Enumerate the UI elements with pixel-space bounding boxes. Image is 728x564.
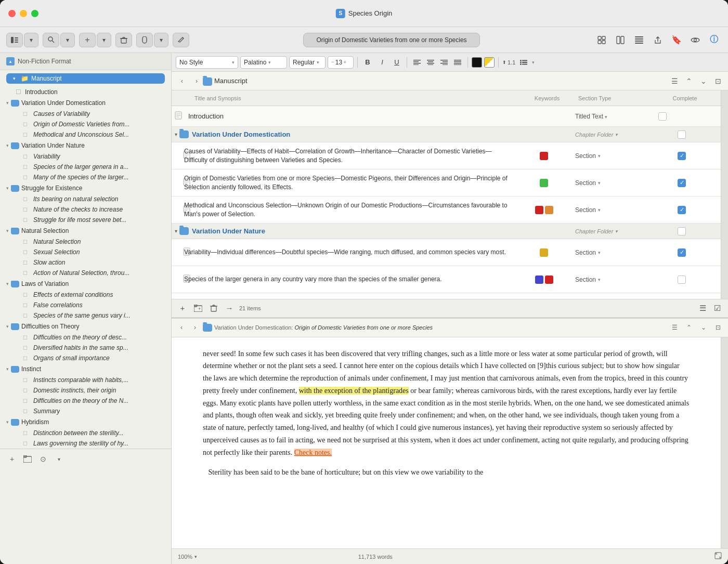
close-button[interactable]	[8, 10, 16, 17]
list-view-button[interactable]	[631, 33, 647, 47]
sidebar-group-vun[interactable]: ▾ Variation Under Nature	[0, 140, 171, 151]
sidebar-item-sexual-sel[interactable]: ☐ Sexual Selection	[0, 247, 171, 257]
search-chevron-icon[interactable]: ▾	[60, 33, 75, 47]
attach-chevron-icon[interactable]: ▾	[154, 33, 168, 47]
sidebar-item-causes[interactable]: ☐ Causes of Variability	[0, 109, 171, 119]
methodical-type-chevron-icon[interactable]: ▾	[598, 207, 601, 213]
document-title-button[interactable]: Origin of Domestic Varieties from one or…	[303, 33, 479, 47]
sidebar-item-struggle-life[interactable]: ☐ Struggle for life most severe bet...	[0, 215, 171, 225]
line-spacing-control[interactable]: ⬆ 1.1	[502, 59, 515, 65]
bookmark-button[interactable]: 🔖	[669, 33, 684, 47]
sidebar-item-laws-governing[interactable]: ☐ Laws governing the sterility of hy...	[0, 438, 171, 449]
sidebar-item-natural-sel[interactable]: ☐ Natural Selection	[0, 237, 171, 247]
align-center-button[interactable]	[424, 56, 437, 69]
causes-type-chevron-icon[interactable]: ▾	[598, 153, 601, 159]
intro-type-chevron-icon[interactable]: ▾	[605, 114, 607, 120]
causes-checkbox[interactable]: ✓	[678, 152, 686, 160]
outline-expand-button[interactable]: ⊡	[712, 75, 724, 87]
add-chevron-icon[interactable]: ▾	[97, 33, 111, 47]
add-button[interactable]: +	[79, 33, 96, 47]
methodical-checkbox[interactable]: ✓	[678, 206, 686, 214]
sidebar-item-domestic-inst[interactable]: ☐ Domestic instincts, their origin	[0, 385, 171, 396]
outline-back-button[interactable]: ‹	[176, 75, 188, 87]
species-larger-type-chevron-icon[interactable]: ▾	[598, 277, 601, 282]
outline-row-many-species[interactable]: Many of the species of the larger genera…	[172, 293, 721, 299]
sidebar-item-organs-small[interactable]: ☐ Organs of small importance	[0, 353, 171, 363]
sidebar-group-hybridism[interactable]: ▾ Hybridism	[0, 416, 171, 428]
italic-button[interactable]: I	[376, 56, 388, 69]
sidebar-item-summary[interactable]: ☐ Summary	[0, 406, 171, 416]
outline-row-causes[interactable]: Causes of Variability—Effects of Habit—C…	[172, 142, 721, 169]
highlight-color-button[interactable]	[484, 57, 495, 68]
grid-large-button[interactable]	[613, 33, 628, 47]
sidebar-item-effects-ext[interactable]: ☐ Effects of external conditions	[0, 290, 171, 300]
search-button[interactable]	[43, 33, 59, 47]
outline-forward-button[interactable]: ›	[190, 75, 203, 87]
bold-button[interactable]: B	[361, 56, 374, 69]
share-button[interactable]	[650, 33, 666, 47]
zoom-control[interactable]: 100% ▾	[178, 554, 197, 560]
add-folder-button[interactable]: +	[192, 303, 204, 314]
vun-checkbox[interactable]	[678, 227, 686, 235]
outline-row-origin-dom[interactable]: Origin of Domestic Varieties from one or…	[172, 169, 721, 196]
maximize-button[interactable]	[31, 10, 38, 17]
sidebar-item-difficulties-desc[interactable]: ☐ Difficulties on the theory of desc...	[0, 332, 171, 343]
sidebar-item-species-genus[interactable]: ☐ Species of the same genus vary i...	[0, 310, 171, 321]
checkmark-button[interactable]: ☑	[711, 303, 723, 314]
sidebar-item-instincts-comp[interactable]: ☐ Instincts comparable with habits,...	[0, 375, 171, 385]
sidebar-item-many-species[interactable]: ☐ Many of the species of the larger...	[0, 172, 171, 182]
species-larger-checkbox[interactable]	[678, 276, 686, 284]
editor-scrollbar[interactable]	[721, 337, 728, 549]
vun-expand-icon[interactable]: ▾	[175, 228, 177, 234]
add-doc-button[interactable]: +	[6, 453, 18, 465]
editor-menu-button[interactable]: ☰	[669, 322, 680, 333]
list-style-button[interactable]	[517, 56, 530, 69]
align-right-button[interactable]	[438, 56, 450, 69]
outline-chapter-vud[interactable]: ▾ Variation Under Domestication Chapter …	[172, 127, 721, 142]
sidebar-item-bearing[interactable]: ☐ Its bearing on natural selection	[0, 194, 171, 204]
edit-button[interactable]	[173, 33, 189, 47]
outline-row-species-larger[interactable]: Species of the larger genera in any coun…	[172, 266, 721, 293]
delete-button[interactable]	[115, 33, 132, 47]
vud-checkbox[interactable]	[678, 130, 686, 139]
sidebar-group-nat-sel[interactable]: ▾ Natural Selection	[0, 225, 171, 237]
vun-type-chevron-icon[interactable]: ▾	[615, 229, 618, 234]
grid-small-button[interactable]	[594, 33, 609, 47]
sidebar-group-vud[interactable]: ▾ Variation Under Domestication	[0, 97, 171, 109]
list-settings-button[interactable]: ☰	[697, 303, 708, 314]
outline-row-methodical[interactable]: Methodical and Unconscious Selection—Unk…	[172, 196, 721, 224]
increase-size-icon[interactable]: +	[343, 59, 346, 65]
trash-button[interactable]	[208, 303, 219, 314]
add-item-button[interactable]: +	[177, 303, 188, 314]
editor-up-button[interactable]: ⌃	[683, 322, 695, 333]
sidebar-item-false-corr[interactable]: ☐ False correlations	[0, 300, 171, 310]
editor-back-button[interactable]: ‹	[176, 322, 187, 333]
outline-up-button[interactable]: ⌃	[683, 75, 695, 87]
origin-dom-checkbox[interactable]: ✓	[678, 179, 686, 187]
outline-row-introduction[interactable]: Introduction Titled Text ▾	[172, 106, 721, 127]
underline-button[interactable]: U	[391, 56, 403, 69]
vud-type-chevron-icon[interactable]: ▾	[615, 132, 618, 137]
sidebar-item-manuscript[interactable]: ▾ 📁 Manuscript	[6, 73, 165, 84]
sidebar-item-action-nat[interactable]: ☐ Action of Natural Selection, throu...	[0, 268, 171, 278]
outline-down-button[interactable]: ⌄	[698, 75, 709, 87]
variability-type-chevron-icon[interactable]: ▾	[598, 250, 601, 255]
outline-row-variability[interactable]: Variability—Individual differences—Doubt…	[172, 239, 721, 266]
sidebar-item-checks[interactable]: ☐ Nature of the checks to increase	[0, 204, 171, 215]
eye-button[interactable]	[687, 33, 703, 47]
origin-dom-type-chevron-icon[interactable]: ▾	[598, 180, 601, 186]
justify-button[interactable]	[451, 56, 464, 69]
sidebar-item-species-larger[interactable]: ☐ Species of the larger genera in a...	[0, 162, 171, 172]
variability-checkbox[interactable]: ✓	[678, 248, 686, 257]
outline-scrollbar[interactable]	[721, 90, 728, 299]
sidebar-group-struggle[interactable]: ▾ Struggle for Existence	[0, 182, 171, 194]
editor-expand-icon[interactable]	[714, 552, 722, 561]
info-button[interactable]: ⓘ	[706, 33, 722, 47]
sidebar-group-difficulties[interactable]: ▾ Difficulties on Theory	[0, 321, 171, 332]
sidebar-toggle-button[interactable]	[6, 33, 23, 47]
sidebar-item-introduction[interactable]: ☐ Introduction	[0, 87, 171, 97]
outline-chapter-vun[interactable]: ▾ Variation Under Nature Chapter Folder …	[172, 224, 721, 239]
attachment-button[interactable]	[136, 33, 153, 47]
font-size-field[interactable]: − 13 +	[328, 56, 354, 69]
intro-checkbox[interactable]	[658, 112, 667, 121]
